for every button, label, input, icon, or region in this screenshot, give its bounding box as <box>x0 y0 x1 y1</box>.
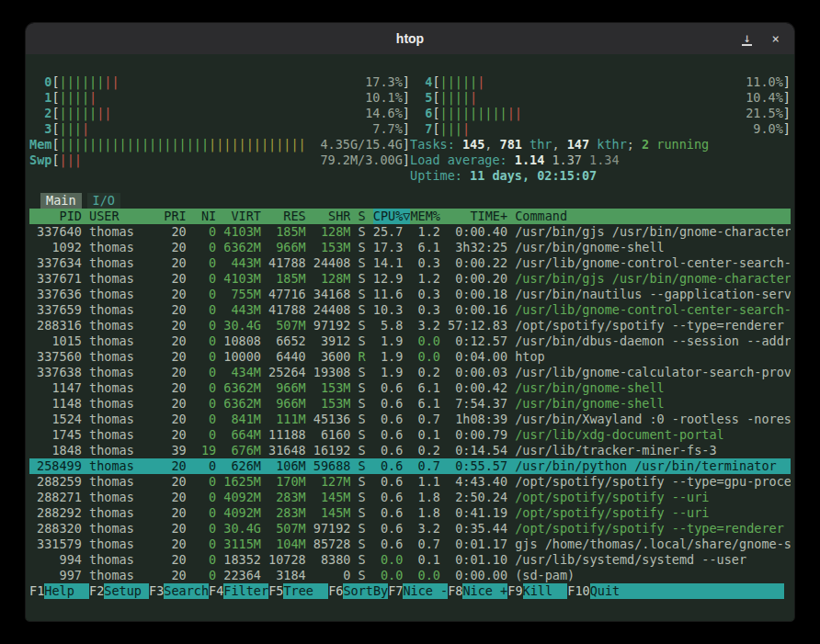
column-header-time[interactable]: TIME+ <box>448 209 507 224</box>
process-row[interactable]: 288292thomas2004092M283M145MS0.61.80:41.… <box>29 505 791 521</box>
cell-virt: 626M <box>223 458 261 474</box>
process-row[interactable]: 1848thomas3919676M3164816192S0.60.20:14.… <box>29 443 791 458</box>
process-row[interactable]: 1092thomas2006362M966M153MS17.36.13h32:2… <box>29 240 791 255</box>
cell-cmd: /usr/bin/gnome-shell <box>515 396 791 412</box>
titlebar[interactable]: htop ↓ × <box>26 23 794 54</box>
cell-cpu: 0.6 <box>373 396 411 412</box>
mval: 21.5% <box>746 106 783 121</box>
fn-action-filter[interactable]: Filter <box>223 583 268 599</box>
fn-action-search[interactable]: Search <box>164 583 209 599</box>
fn-action-nice-[interactable]: Nice + <box>462 583 507 599</box>
process-row[interactable]: 1524thomas200841M111M45136S0.60.71h08:39… <box>29 412 791 427</box>
column-header-shr[interactable]: SHR <box>313 209 351 224</box>
bracket: ] <box>783 90 791 106</box>
column-header-s[interactable]: S <box>359 209 366 224</box>
fnkey-f5: F5 <box>268 583 283 599</box>
process-row[interactable]: 337640thomas2004103M185M128MS25.71.20:00… <box>29 224 791 240</box>
cell-cpu: 14.1 <box>373 255 411 271</box>
p-red: | <box>462 121 470 136</box>
mval: 79.2M/3.00G <box>320 153 402 168</box>
process-row[interactable]: 997thomas2002236431840S0.00.00:00.00(sd-… <box>29 568 791 583</box>
process-row[interactable]: 288320thomas20030.4G507M97192S0.63.20:35… <box>29 521 791 537</box>
cell-user: thomas <box>89 349 156 365</box>
cell-ni: 0 <box>194 505 216 521</box>
column-header-user[interactable]: USER <box>89 209 156 224</box>
download-icon[interactable]: ↓ <box>742 31 751 46</box>
cell-pri: 20 <box>164 458 186 474</box>
process-row[interactable]: 288316thomas20030.4G507M97192S5.83.257:1… <box>29 318 791 333</box>
cell-pid: 1524 <box>29 412 82 427</box>
cell-s: S <box>359 365 366 380</box>
cell-time: 0:14.54 <box>448 443 507 458</box>
tab-main[interactable]: Main <box>40 193 82 209</box>
tasks-summary: Tasks: 145, 781 thr, 147 kthr; 2 running <box>410 137 791 153</box>
process-row[interactable]: 1147thomas2006362M966M153MS0.66.10:00.42… <box>29 380 791 396</box>
column-header-pri[interactable]: PRI <box>164 209 186 224</box>
process-row[interactable]: 337659thomas200443M4178824408S10.30.30:0… <box>29 302 791 318</box>
process-row[interactable]: 331579thomas2003115M104M85728S0.60.70:01… <box>29 537 791 552</box>
cell-pri: 20 <box>164 224 186 240</box>
fnkey-f2: F2 <box>89 583 104 599</box>
process-row[interactable]: 994thomas20018352107288380S0.00.10:01.10… <box>29 552 791 568</box>
fn-action-sortby[interactable]: SortBy <box>343 583 388 599</box>
terminal-window: htop ↓ × 0[||||||||17.3%]1[|||||10.1%]2[… <box>25 22 795 622</box>
column-header-cmd[interactable]: Command <box>515 209 791 224</box>
column-header-res[interactable]: RES <box>268 209 306 224</box>
cell-cmd: gjs /home/thomas/.local/share/gnome-s <box>515 537 791 552</box>
fn-action-quit[interactable]: Quit <box>590 583 784 599</box>
process-row[interactable]: 1015thomas2001080866523912S1.90.00:12.57… <box>29 333 791 349</box>
process-row[interactable]: 337636thomas200755M4771634168S11.60.30:0… <box>29 287 791 302</box>
terminal-content[interactable]: 0[||||||||17.3%]1[|||||10.1%]2[|||||||14… <box>26 54 794 622</box>
p-red: || <box>104 74 119 89</box>
column-header-pid[interactable]: PID <box>29 209 82 224</box>
process-row[interactable]: 337638thomas200434M2526419308S1.90.20:00… <box>29 365 791 380</box>
cell-res: 185M <box>268 271 306 287</box>
sg-bold: 147 <box>567 137 589 153</box>
cell-pri: 20 <box>164 287 186 302</box>
tab-io[interactable]: I/O <box>87 193 120 209</box>
pipes: ||||| <box>440 90 478 106</box>
cell-s: S <box>359 255 366 271</box>
cell-res: 111M <box>268 412 306 427</box>
column-header-mem[interactable]: MEM% <box>410 209 440 224</box>
mval: 11.0% <box>746 74 783 90</box>
cell-virt: 6362M <box>223 396 261 412</box>
process-row[interactable]: 288271thomas2004092M283M145MS0.61.82:50.… <box>29 490 791 505</box>
p-green: ||| <box>60 121 82 136</box>
cell-s: S <box>359 224 366 240</box>
column-header-ni[interactable]: NI <box>194 209 216 224</box>
process-row[interactable]: 1148thomas2006362M966M153MS0.66.17:54.37… <box>29 396 791 412</box>
cell-shr: 85728 <box>313 537 351 552</box>
cell-s: S <box>359 287 366 302</box>
cell-res: 966M <box>268 240 306 255</box>
cell-pid: 1092 <box>29 240 82 255</box>
cell-ni: 19 <box>194 443 216 458</box>
fn-action-tree[interactable]: Tree <box>283 583 328 599</box>
process-row-selected[interactable]: 258499thomas200626M106M59688S0.60.70:55.… <box>29 458 791 474</box>
cell-shr: 127M <box>313 474 351 490</box>
cell-pid: 337640 <box>29 224 82 240</box>
process-row[interactable]: 337560thomas2001000064403600R1.90.00:04.… <box>29 349 791 365</box>
fn-action-kill[interactable]: Kill <box>523 583 568 599</box>
cell-user: thomas <box>89 287 156 302</box>
column-header-cpu[interactable]: CPU%▽ <box>373 209 411 224</box>
sg-label: kthr <box>589 137 627 153</box>
cell-ni: 0 <box>194 380 216 396</box>
fn-action-nice-[interactable]: Nice - <box>403 583 448 599</box>
fn-action-help[interactable]: Help <box>44 583 89 599</box>
cell-shr: 153M <box>313 396 351 412</box>
cell-shr: 8380 <box>313 552 351 568</box>
uptime: Uptime: 11 days, 02:15:07 <box>410 168 791 184</box>
fn-action-setup[interactable]: Setup <box>104 583 149 599</box>
process-row[interactable]: 1745thomas200664M111886160S0.60.10:00.79… <box>29 427 791 443</box>
process-row[interactable]: 337671thomas2004103M185M128MS12.91.20:00… <box>29 271 791 287</box>
cell-ni: 0 <box>194 427 216 443</box>
close-icon[interactable]: × <box>772 32 780 45</box>
column-header-virt[interactable]: VIRT <box>223 209 261 224</box>
process-row[interactable]: 288259thomas2001625M170M127MS0.61.14:43.… <box>29 474 791 490</box>
cell-mem: 0.7 <box>410 412 440 427</box>
bracket: [ <box>51 74 59 90</box>
cell-s: S <box>359 505 366 521</box>
sg-bold-teal: 11 days, 02:15:07 <box>470 168 597 184</box>
process-row[interactable]: 337634thomas200443M4178824408S14.10.30:0… <box>29 255 791 271</box>
